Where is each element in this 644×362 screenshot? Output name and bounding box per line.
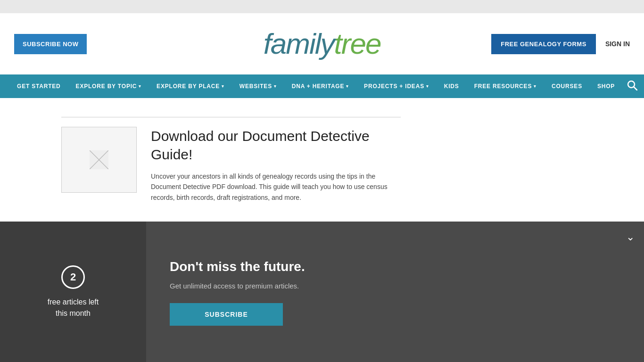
paywall-left: 2 free articles leftthis month [0,222,146,362]
nav-label-free-resources: FREE RESOURCES [474,83,532,90]
header: SUBSCRIBE NOW familytree FREE GENEALOGY … [0,13,644,74]
nav-label-get-started: GET STARTED [17,83,61,90]
nav-item-explore-by-place[interactable]: EXPLORE BY PLACE ▾ [149,74,232,98]
nav-item-projects-ideas[interactable]: PROJECTS + IDEAS ▾ [356,74,437,98]
article-count-circle: 2 [61,265,85,289]
free-genealogy-forms-button[interactable]: FREE GENEALOGY FORMS [491,34,596,54]
nav-label-kids: KIDS [444,83,459,90]
collapse-icon[interactable]: ⌄ [626,231,635,243]
nav-label-courses: COURSES [552,83,582,90]
chevron-down-icon: ▾ [274,84,277,89]
nav-label-shop: SHOP [597,83,615,90]
nav-item-shop[interactable]: SHOP [590,74,622,98]
article-body: Uncover your ancestors in all kinds of g… [151,171,401,203]
article-title: Download our Document Detective Guide! [151,127,401,164]
chevron-down-icon: ▾ [346,84,349,89]
subscribe-now-button[interactable]: SUBSCRIBE NOW [14,34,87,54]
nav-bar: GET STARTED EXPLORE BY TOPIC ▾ EXPLORE B… [0,74,644,98]
nav-item-kids[interactable]: KIDS [437,74,467,98]
nav-item-courses[interactable]: COURSES [544,74,590,98]
site-logo[interactable]: familytree [264,27,381,60]
chevron-down-icon: ▾ [139,84,141,89]
main-content: Download our Document Detective Guide! U… [0,98,644,222]
nav-item-get-started[interactable]: GET STARTED [9,74,68,98]
sign-in-link[interactable]: SIGN IN [605,40,630,48]
chevron-down-icon: ▾ [534,84,537,89]
nav-item-dna-heritage[interactable]: DNA + HERITAGE ▾ [284,74,356,98]
paywall-right: ⌄ Don't miss the future. Get unlimited a… [146,222,644,362]
nav-label-explore-by-topic: EXPLORE BY TOPIC [76,83,137,90]
paywall-subtext: Get unlimited access to premium articles… [170,282,620,290]
subscribe-paywall-button[interactable]: SUBSCRIBE [170,303,283,326]
header-left: SUBSCRIBE NOW [14,34,87,54]
article-box: Download our Document Detective Guide! U… [61,117,401,203]
logo-family-text: family [264,27,334,60]
paywall-heading: Don't miss the future. [170,259,620,274]
nav-label-projects-ideas: PROJECTS + IDEAS [364,83,424,90]
paywall-section: 2 free articles leftthis month ⌄ Don't m… [0,222,644,362]
nav-item-explore-by-topic[interactable]: EXPLORE BY TOPIC ▾ [68,74,149,98]
article-content: Download our Document Detective Guide! U… [151,127,401,203]
chevron-down-icon: ▾ [222,84,224,89]
articles-left-text: free articles leftthis month [48,296,99,319]
nav-label-explore-by-place: EXPLORE BY PLACE [157,83,220,90]
chevron-down-icon: ▾ [426,84,429,89]
search-icon[interactable] [622,80,642,93]
logo-container[interactable]: familytree [264,29,381,58]
top-bar [0,0,644,13]
header-right: FREE GENEALOGY FORMS SIGN IN [491,34,630,54]
logo-tree-text: tree [334,27,381,60]
nav-item-free-resources[interactable]: FREE RESOURCES ▾ [467,74,544,98]
nav-label-dna-heritage: DNA + HERITAGE [292,83,345,90]
nav-label-websites: WEBSITES [239,83,272,90]
article-image [61,127,137,193]
svg-line-1 [634,87,637,90]
nav-item-websites[interactable]: WEBSITES ▾ [232,74,284,98]
